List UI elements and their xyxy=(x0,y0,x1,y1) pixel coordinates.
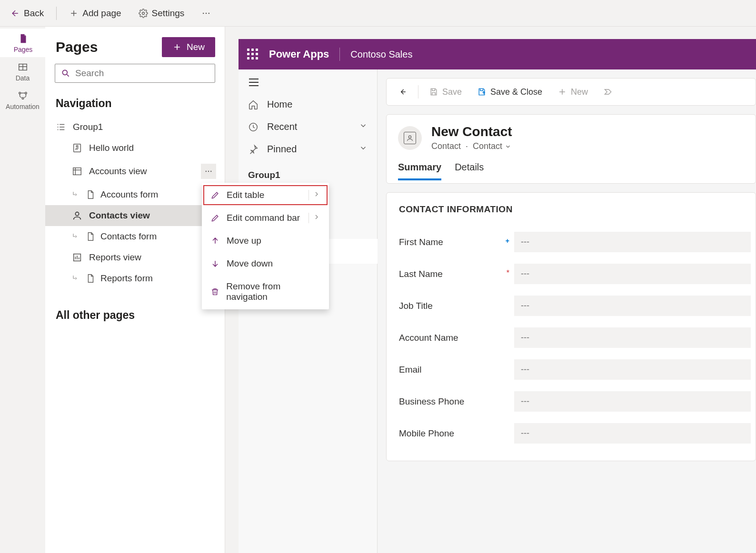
gear-icon xyxy=(139,9,148,18)
tab-details[interactable]: Details xyxy=(455,162,484,180)
ctx-edit-command-bar[interactable]: Edit command bar xyxy=(202,207,329,229)
nav-group[interactable]: Group1 xyxy=(45,117,225,138)
cmd-save-close-button[interactable]: Save & Close xyxy=(470,83,549,101)
svg-point-8 xyxy=(62,70,67,75)
waffle-icon[interactable] xyxy=(247,49,259,60)
nav-item-contacts-view[interactable]: Contacts view xyxy=(45,205,225,226)
svg-point-12 xyxy=(206,171,207,172)
nav-item-hello-world[interactable]: Hello world xyxy=(45,138,225,158)
new-page-button[interactable]: New xyxy=(162,37,215,57)
nav-item-accounts-form[interactable]: Accounts form xyxy=(45,184,225,205)
ctx-label: Edit table xyxy=(227,190,264,200)
pages-panel: Pages New Navigation Group1 Hello world xyxy=(45,27,225,553)
ctx-move-down[interactable]: Move down xyxy=(202,252,329,275)
search-box[interactable] xyxy=(55,64,215,83)
arrow-up-icon xyxy=(210,236,220,246)
brand-label: Power Apps xyxy=(269,48,329,60)
app-left-nav: Home Recent Pinned Group1 xyxy=(239,69,378,553)
field-email: Email xyxy=(399,354,751,385)
last-name-input[interactable] xyxy=(514,264,751,284)
section-title: CONTACT INFORMATION xyxy=(399,204,751,215)
table-icon xyxy=(18,62,28,72)
save-icon xyxy=(429,87,438,97)
context-menu: Edit table Edit command bar Move up Move… xyxy=(202,183,329,309)
cmd-back-button[interactable] xyxy=(391,83,414,100)
app-name-label: Contoso Sales xyxy=(350,49,412,60)
group-icon xyxy=(56,122,66,132)
settings-button[interactable]: Settings xyxy=(132,4,191,22)
field-label: Email xyxy=(399,365,422,375)
save-close-icon xyxy=(477,87,487,97)
appnav-home[interactable]: Home xyxy=(239,93,377,116)
job-title-input[interactable] xyxy=(514,296,751,316)
appnav-home-label: Home xyxy=(267,99,292,110)
cmd-save-button[interactable]: Save xyxy=(422,83,468,101)
submenu-indicator xyxy=(308,213,320,223)
view-icon xyxy=(72,166,82,177)
svg-point-2 xyxy=(206,12,207,14)
back-button[interactable]: Back xyxy=(4,4,50,22)
ctx-remove[interactable]: Remove from navigation xyxy=(202,275,329,308)
form-icon xyxy=(85,273,96,284)
add-page-label: Add page xyxy=(82,8,121,19)
more-icon xyxy=(201,9,211,18)
nav-item-accounts-view[interactable]: Accounts view xyxy=(45,158,225,184)
nav-item-label: Hello world xyxy=(89,143,134,153)
nav-item-label: Contacts view xyxy=(89,210,150,221)
flow-icon xyxy=(18,90,28,101)
account-name-input[interactable] xyxy=(514,327,751,348)
svg-point-0 xyxy=(142,12,144,14)
email-input[interactable] xyxy=(514,359,751,380)
more-button[interactable] xyxy=(195,5,218,22)
back-arrow-icon xyxy=(398,87,408,97)
group-label: Group1 xyxy=(73,122,103,132)
form-icon xyxy=(85,189,96,200)
ctx-edit-table[interactable]: Edit table xyxy=(202,184,329,207)
nav-item-more-button[interactable] xyxy=(201,164,216,179)
ctx-label: Remove from navigation xyxy=(226,281,320,302)
business-phone-input[interactable] xyxy=(514,391,751,412)
svg-rect-11 xyxy=(73,168,81,175)
ctx-move-up[interactable]: Move up xyxy=(202,229,329,252)
nav-item-contacts-form[interactable]: Contacts form xyxy=(45,226,225,247)
rail-data[interactable]: Data xyxy=(0,57,45,86)
field-last-name: Last Name* xyxy=(399,258,751,290)
cmd-new-button[interactable]: New xyxy=(551,83,595,101)
form-command-bar: Save Save & Close New xyxy=(386,78,756,106)
field-label: Mobile Phone xyxy=(399,428,454,439)
rail-pages-label: Pages xyxy=(14,46,33,53)
cmd-overflow-button[interactable] xyxy=(597,83,619,100)
svg-point-1 xyxy=(203,12,204,14)
left-rail: Pages Data Automation xyxy=(0,27,45,553)
back-arrow-icon xyxy=(10,9,20,18)
nav-item-label: Accounts view xyxy=(89,166,147,177)
form-selector[interactable]: Contact xyxy=(473,141,511,151)
navigation-heading: Navigation xyxy=(45,89,225,116)
first-name-input[interactable] xyxy=(514,232,751,252)
appnav-recent[interactable]: Recent xyxy=(239,116,377,138)
entity-name: Contact xyxy=(431,141,461,151)
rail-pages[interactable]: Pages xyxy=(0,29,45,57)
svg-point-5 xyxy=(19,92,20,94)
form-icon xyxy=(85,231,96,242)
toolbar-divider xyxy=(56,7,57,20)
settings-label: Settings xyxy=(152,8,185,19)
appnav-pinned[interactable]: Pinned xyxy=(239,138,377,160)
dot: · xyxy=(466,141,468,151)
add-page-button[interactable]: Add page xyxy=(62,4,128,22)
hamburger-button[interactable] xyxy=(239,69,377,93)
svg-point-13 xyxy=(208,171,209,172)
tab-summary[interactable]: Summary xyxy=(398,162,441,180)
chevron-down-icon xyxy=(359,121,368,132)
home-icon xyxy=(248,99,259,110)
nav-item-reports-form[interactable]: Reports form xyxy=(45,268,225,289)
chevron-down-icon xyxy=(359,144,368,155)
search-input[interactable] xyxy=(75,68,209,79)
nav-item-reports-view[interactable]: Reports view xyxy=(45,247,225,268)
mobile-phone-input[interactable] xyxy=(514,423,751,444)
subpage-icon xyxy=(72,274,80,283)
rail-automation[interactable]: Automation xyxy=(0,86,45,114)
appnav-pinned-label: Pinned xyxy=(267,144,297,155)
form-body-card: CONTACT INFORMATION First Name+ Last Nam… xyxy=(386,192,756,461)
svg-point-6 xyxy=(25,92,27,94)
